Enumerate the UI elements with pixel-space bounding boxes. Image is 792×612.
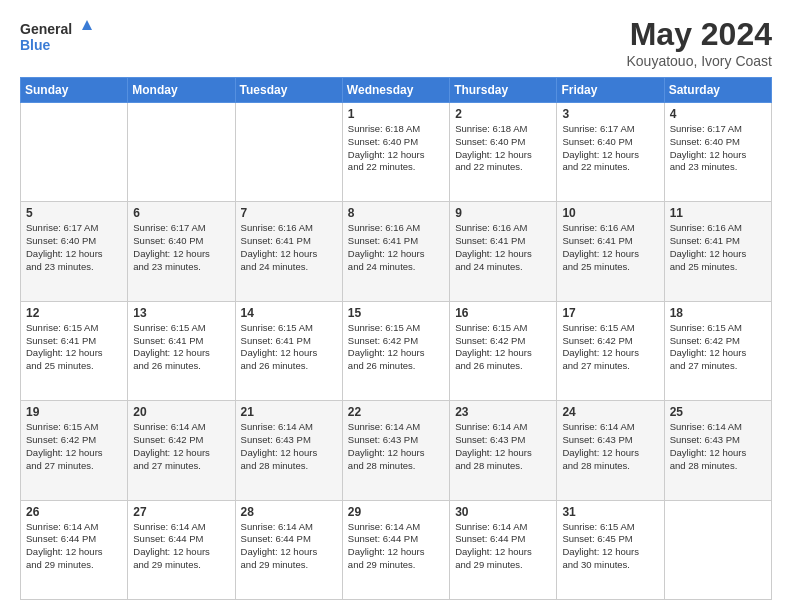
col-sunday: Sunday (21, 78, 128, 103)
day-number: 8 (348, 206, 444, 220)
table-cell: 1Sunrise: 6:18 AMSunset: 6:40 PMDaylight… (342, 103, 449, 202)
day-number: 26 (26, 505, 122, 519)
day-info: Sunrise: 6:18 AMSunset: 6:40 PMDaylight:… (455, 123, 551, 174)
day-number: 13 (133, 306, 229, 320)
table-cell: 24Sunrise: 6:14 AMSunset: 6:43 PMDayligh… (557, 401, 664, 500)
calendar-body: 1Sunrise: 6:18 AMSunset: 6:40 PMDaylight… (21, 103, 772, 600)
table-cell: 9Sunrise: 6:16 AMSunset: 6:41 PMDaylight… (450, 202, 557, 301)
logo: General Blue (20, 16, 92, 56)
table-cell: 15Sunrise: 6:15 AMSunset: 6:42 PMDayligh… (342, 301, 449, 400)
day-info: Sunrise: 6:14 AMSunset: 6:44 PMDaylight:… (26, 521, 122, 572)
day-info: Sunrise: 6:15 AMSunset: 6:45 PMDaylight:… (562, 521, 658, 572)
svg-text:General: General (20, 21, 72, 37)
table-cell: 25Sunrise: 6:14 AMSunset: 6:43 PMDayligh… (664, 401, 771, 500)
subtitle: Kouyatouo, Ivory Coast (626, 53, 772, 69)
day-info: Sunrise: 6:14 AMSunset: 6:43 PMDaylight:… (670, 421, 766, 472)
table-cell: 23Sunrise: 6:14 AMSunset: 6:43 PMDayligh… (450, 401, 557, 500)
day-info: Sunrise: 6:15 AMSunset: 6:42 PMDaylight:… (670, 322, 766, 373)
col-friday: Friday (557, 78, 664, 103)
table-cell: 31Sunrise: 6:15 AMSunset: 6:45 PMDayligh… (557, 500, 664, 599)
day-number: 7 (241, 206, 337, 220)
table-cell: 19Sunrise: 6:15 AMSunset: 6:42 PMDayligh… (21, 401, 128, 500)
svg-marker-2 (82, 20, 92, 30)
day-number: 6 (133, 206, 229, 220)
page: General Blue May 2024 Kouyatouo, Ivory C… (0, 0, 792, 612)
table-cell: 21Sunrise: 6:14 AMSunset: 6:43 PMDayligh… (235, 401, 342, 500)
day-info: Sunrise: 6:17 AMSunset: 6:40 PMDaylight:… (133, 222, 229, 273)
day-number: 10 (562, 206, 658, 220)
main-title: May 2024 (626, 16, 772, 53)
table-cell: 4Sunrise: 6:17 AMSunset: 6:40 PMDaylight… (664, 103, 771, 202)
title-block: May 2024 Kouyatouo, Ivory Coast (626, 16, 772, 69)
table-cell: 3Sunrise: 6:17 AMSunset: 6:40 PMDaylight… (557, 103, 664, 202)
table-cell: 26Sunrise: 6:14 AMSunset: 6:44 PMDayligh… (21, 500, 128, 599)
table-cell: 10Sunrise: 6:16 AMSunset: 6:41 PMDayligh… (557, 202, 664, 301)
day-info: Sunrise: 6:17 AMSunset: 6:40 PMDaylight:… (26, 222, 122, 273)
col-monday: Monday (128, 78, 235, 103)
header: General Blue May 2024 Kouyatouo, Ivory C… (20, 16, 772, 69)
svg-text:Blue: Blue (20, 37, 51, 53)
col-wednesday: Wednesday (342, 78, 449, 103)
day-number: 17 (562, 306, 658, 320)
day-info: Sunrise: 6:15 AMSunset: 6:42 PMDaylight:… (348, 322, 444, 373)
day-info: Sunrise: 6:15 AMSunset: 6:42 PMDaylight:… (26, 421, 122, 472)
day-number: 3 (562, 107, 658, 121)
day-info: Sunrise: 6:15 AMSunset: 6:41 PMDaylight:… (241, 322, 337, 373)
day-number: 2 (455, 107, 551, 121)
week-row-5: 26Sunrise: 6:14 AMSunset: 6:44 PMDayligh… (21, 500, 772, 599)
day-info: Sunrise: 6:18 AMSunset: 6:40 PMDaylight:… (348, 123, 444, 174)
header-row: Sunday Monday Tuesday Wednesday Thursday… (21, 78, 772, 103)
col-saturday: Saturday (664, 78, 771, 103)
day-info: Sunrise: 6:14 AMSunset: 6:44 PMDaylight:… (455, 521, 551, 572)
week-row-2: 5Sunrise: 6:17 AMSunset: 6:40 PMDaylight… (21, 202, 772, 301)
col-thursday: Thursday (450, 78, 557, 103)
table-cell (664, 500, 771, 599)
table-cell: 20Sunrise: 6:14 AMSunset: 6:42 PMDayligh… (128, 401, 235, 500)
day-number: 15 (348, 306, 444, 320)
day-number: 22 (348, 405, 444, 419)
calendar-header: Sunday Monday Tuesday Wednesday Thursday… (21, 78, 772, 103)
col-tuesday: Tuesday (235, 78, 342, 103)
table-cell: 6Sunrise: 6:17 AMSunset: 6:40 PMDaylight… (128, 202, 235, 301)
day-info: Sunrise: 6:16 AMSunset: 6:41 PMDaylight:… (241, 222, 337, 273)
day-info: Sunrise: 6:14 AMSunset: 6:43 PMDaylight:… (348, 421, 444, 472)
day-info: Sunrise: 6:14 AMSunset: 6:43 PMDaylight:… (241, 421, 337, 472)
week-row-1: 1Sunrise: 6:18 AMSunset: 6:40 PMDaylight… (21, 103, 772, 202)
day-number: 12 (26, 306, 122, 320)
table-cell: 18Sunrise: 6:15 AMSunset: 6:42 PMDayligh… (664, 301, 771, 400)
table-cell: 30Sunrise: 6:14 AMSunset: 6:44 PMDayligh… (450, 500, 557, 599)
day-info: Sunrise: 6:17 AMSunset: 6:40 PMDaylight:… (562, 123, 658, 174)
day-number: 18 (670, 306, 766, 320)
table-cell: 28Sunrise: 6:14 AMSunset: 6:44 PMDayligh… (235, 500, 342, 599)
table-cell: 27Sunrise: 6:14 AMSunset: 6:44 PMDayligh… (128, 500, 235, 599)
day-number: 5 (26, 206, 122, 220)
table-cell: 22Sunrise: 6:14 AMSunset: 6:43 PMDayligh… (342, 401, 449, 500)
table-cell: 17Sunrise: 6:15 AMSunset: 6:42 PMDayligh… (557, 301, 664, 400)
week-row-3: 12Sunrise: 6:15 AMSunset: 6:41 PMDayligh… (21, 301, 772, 400)
table-cell: 5Sunrise: 6:17 AMSunset: 6:40 PMDaylight… (21, 202, 128, 301)
day-info: Sunrise: 6:15 AMSunset: 6:42 PMDaylight:… (455, 322, 551, 373)
table-cell: 16Sunrise: 6:15 AMSunset: 6:42 PMDayligh… (450, 301, 557, 400)
day-info: Sunrise: 6:15 AMSunset: 6:41 PMDaylight:… (133, 322, 229, 373)
table-cell (128, 103, 235, 202)
day-number: 24 (562, 405, 658, 419)
day-info: Sunrise: 6:16 AMSunset: 6:41 PMDaylight:… (562, 222, 658, 273)
week-row-4: 19Sunrise: 6:15 AMSunset: 6:42 PMDayligh… (21, 401, 772, 500)
day-number: 16 (455, 306, 551, 320)
day-info: Sunrise: 6:14 AMSunset: 6:43 PMDaylight:… (455, 421, 551, 472)
day-number: 30 (455, 505, 551, 519)
calendar-table: Sunday Monday Tuesday Wednesday Thursday… (20, 77, 772, 600)
table-cell: 29Sunrise: 6:14 AMSunset: 6:44 PMDayligh… (342, 500, 449, 599)
table-cell: 13Sunrise: 6:15 AMSunset: 6:41 PMDayligh… (128, 301, 235, 400)
table-cell: 14Sunrise: 6:15 AMSunset: 6:41 PMDayligh… (235, 301, 342, 400)
day-number: 19 (26, 405, 122, 419)
day-number: 20 (133, 405, 229, 419)
day-number: 27 (133, 505, 229, 519)
day-number: 11 (670, 206, 766, 220)
day-info: Sunrise: 6:14 AMSunset: 6:42 PMDaylight:… (133, 421, 229, 472)
day-info: Sunrise: 6:14 AMSunset: 6:44 PMDaylight:… (133, 521, 229, 572)
day-info: Sunrise: 6:14 AMSunset: 6:44 PMDaylight:… (241, 521, 337, 572)
day-number: 21 (241, 405, 337, 419)
day-number: 29 (348, 505, 444, 519)
day-number: 4 (670, 107, 766, 121)
